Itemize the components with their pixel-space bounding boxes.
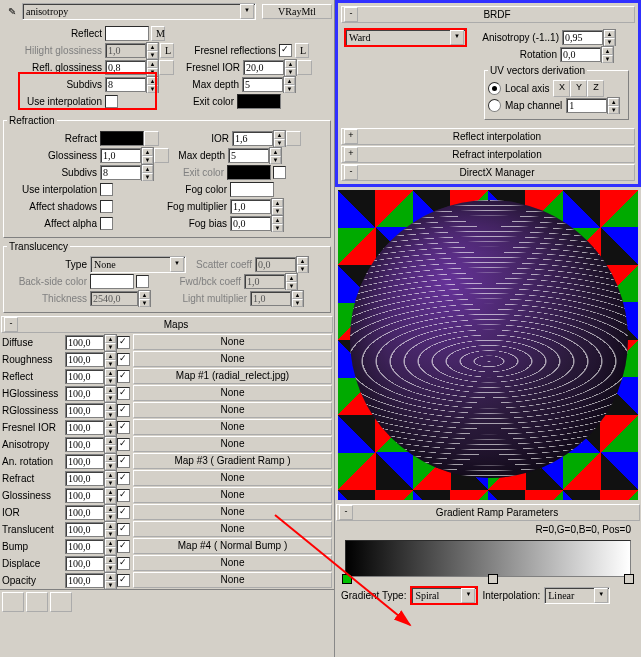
affect-alpha-checkbox[interactable] <box>100 217 113 230</box>
gradient-bar[interactable] <box>345 540 631 577</box>
reflect-m-button[interactable]: M <box>151 26 165 41</box>
spinner[interactable]: ▲▼ <box>146 42 159 59</box>
lock-button[interactable]: L <box>160 43 174 58</box>
mapslot[interactable] <box>159 60 174 75</box>
map-slot-button[interactable]: Map #4 ( Normal Bump ) <box>133 538 332 554</box>
aniso-input[interactable] <box>562 30 603 45</box>
mapslot[interactable] <box>154 148 169 163</box>
brdf-rollup[interactable]: - BRDF <box>341 6 635 23</box>
map-checkbox[interactable] <box>117 506 130 519</box>
y-button[interactable]: Y <box>570 80 587 97</box>
toolbar-icon[interactable] <box>26 592 48 612</box>
map-checkbox[interactable] <box>117 574 130 587</box>
exitcolor2-checkbox[interactable] <box>273 166 286 179</box>
spinner[interactable]: ▲▼ <box>104 504 117 521</box>
local-axis-radio[interactable] <box>488 82 501 95</box>
fogbias-input[interactable] <box>230 216 271 231</box>
map-amount-input[interactable] <box>65 352 104 367</box>
map-slot-button[interactable]: None <box>133 385 332 401</box>
map-slot-button[interactable]: Map #1 (radial_relect.jpg) <box>133 368 332 384</box>
map-checkbox[interactable] <box>117 472 130 485</box>
map-slot-button[interactable]: None <box>133 487 332 503</box>
map-checkbox[interactable] <box>117 438 130 451</box>
map-amount-input[interactable] <box>65 539 104 554</box>
map-channel-input[interactable] <box>566 98 607 113</box>
map-checkbox[interactable] <box>117 370 130 383</box>
trans-type-dropdown[interactable]: None▼ <box>90 256 186 273</box>
map-slot-button[interactable]: None <box>133 521 332 537</box>
map-amount-input[interactable] <box>65 522 104 537</box>
gradient-handle[interactable] <box>342 574 352 584</box>
gradient-handle[interactable] <box>488 574 498 584</box>
map-checkbox[interactable] <box>117 540 130 553</box>
map-amount-input[interactable] <box>65 488 104 503</box>
toolbar-icon[interactable] <box>50 592 72 612</box>
map-checkbox[interactable] <box>117 523 130 536</box>
interp-dropdown[interactable]: Linear▼ <box>544 587 610 604</box>
spinner[interactable]: ▲▼ <box>138 290 151 307</box>
material-type-button[interactable]: VRayMtl <box>262 4 332 19</box>
spinner[interactable]: ▲▼ <box>285 273 298 290</box>
collapse-icon[interactable]: - <box>339 505 353 520</box>
maxdepth-input[interactable] <box>242 77 283 92</box>
map-checkbox[interactable] <box>117 489 130 502</box>
map-checkbox[interactable] <box>117 353 130 366</box>
spinner[interactable]: ▲▼ <box>104 453 117 470</box>
toolbar-icon[interactable] <box>2 592 24 612</box>
spinner[interactable]: ▲▼ <box>104 419 117 436</box>
map-checkbox[interactable] <box>117 336 130 349</box>
spinner[interactable]: ▲▼ <box>273 130 286 147</box>
fresnel-checkbox[interactable] <box>279 44 292 57</box>
mapslot[interactable] <box>144 131 159 146</box>
expand-icon[interactable]: + <box>344 129 358 144</box>
backside-swatch[interactable] <box>90 274 134 289</box>
useinterp2-checkbox[interactable] <box>100 183 113 196</box>
spinner[interactable]: ▲▼ <box>104 521 117 538</box>
map-channel-radio[interactable] <box>488 99 501 112</box>
mapslot[interactable] <box>297 60 312 75</box>
gradient-handle[interactable] <box>624 574 634 584</box>
map-amount-input[interactable] <box>65 505 104 520</box>
map-slot-button[interactable]: None <box>133 351 332 367</box>
fogcolor-swatch[interactable] <box>230 182 274 197</box>
subdivs2-input[interactable] <box>100 165 141 180</box>
affect-shadows-checkbox[interactable] <box>100 200 113 213</box>
spinner[interactable]: ▲▼ <box>104 555 117 572</box>
map-slot-button[interactable]: None <box>133 334 332 350</box>
maxdepth2-input[interactable] <box>228 148 269 163</box>
map-slot-button[interactable]: None <box>133 555 332 571</box>
reflect-interp-rollup[interactable]: +Reflect interpolation <box>341 128 635 145</box>
spinner[interactable]: ▲▼ <box>296 256 309 273</box>
gradient-ramp-rollup[interactable]: -Gradient Ramp Parameters <box>336 504 640 521</box>
map-amount-input[interactable] <box>65 369 104 384</box>
map-amount-input[interactable] <box>65 420 104 435</box>
fogmult-input[interactable] <box>230 199 271 214</box>
map-checkbox[interactable] <box>117 404 130 417</box>
spinner[interactable]: ▲▼ <box>284 59 297 76</box>
gradient-type-dropdown[interactable]: Spiral▼ <box>410 586 478 605</box>
refract-swatch[interactable] <box>100 131 144 146</box>
exitcolor-swatch[interactable] <box>237 94 281 109</box>
map-amount-input[interactable] <box>65 556 104 571</box>
map-checkbox[interactable] <box>117 455 130 468</box>
map-amount-input[interactable] <box>65 437 104 452</box>
map-checkbox[interactable] <box>117 387 130 400</box>
map-checkbox[interactable] <box>117 557 130 570</box>
map-slot-button[interactable]: None <box>133 436 332 452</box>
spinner[interactable]: ▲▼ <box>603 29 616 46</box>
map-checkbox[interactable] <box>117 421 130 434</box>
map-slot-button[interactable]: None <box>133 402 332 418</box>
spinner[interactable]: ▲▼ <box>607 97 620 114</box>
spinner[interactable]: ▲▼ <box>104 470 117 487</box>
spinner[interactable]: ▲▼ <box>601 46 614 63</box>
collapse-icon[interactable]: - <box>344 7 358 22</box>
spinner[interactable]: ▲▼ <box>271 215 284 232</box>
gloss-input[interactable] <box>100 148 141 163</box>
backside-checkbox[interactable] <box>136 275 149 288</box>
map-amount-input[interactable] <box>65 386 104 401</box>
map-amount-input[interactable] <box>65 335 104 350</box>
spinner[interactable]: ▲▼ <box>104 385 117 402</box>
directx-rollup[interactable]: -DirectX Manager <box>341 164 635 181</box>
expand-icon[interactable]: + <box>344 147 358 162</box>
spinner[interactable]: ▲▼ <box>104 351 117 368</box>
